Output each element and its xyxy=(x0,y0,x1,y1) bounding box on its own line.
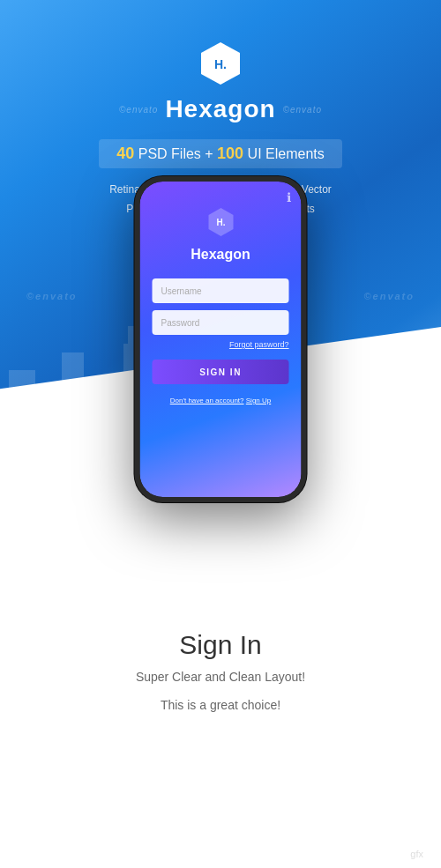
forgot-password-link[interactable]: Forgot pasword? xyxy=(229,340,289,349)
brand-name: Hexagon xyxy=(165,95,275,123)
username-placeholder: Username xyxy=(161,286,202,296)
svg-text:H.: H. xyxy=(216,218,225,227)
svg-text:H.: H. xyxy=(214,57,227,71)
password-placeholder: Password xyxy=(161,318,200,328)
phone-device: ℹ H. Hexagon Username xyxy=(135,176,307,502)
username-field[interactable]: Username xyxy=(153,278,289,303)
sign-in-label: SIGN IN xyxy=(199,367,242,377)
signup-text: Don't have an account? Sign Up xyxy=(170,397,272,404)
tagline-text: 40 PSD Files + 100 UI Elements xyxy=(116,145,324,163)
tagline-end: UI Elements xyxy=(243,146,325,161)
phone-wrapper: ℹ H. Hexagon Username xyxy=(135,176,307,502)
bottom-title: Sign In xyxy=(179,630,261,660)
phone-screen: ℹ H. Hexagon Username xyxy=(140,182,302,497)
envato-left: ©envato xyxy=(119,105,158,115)
number1: 40 xyxy=(116,145,134,162)
watermark-left-mid: ©envato xyxy=(26,291,78,301)
page-root: ©envato ©envato H. ©envato Hexagon ©enva… xyxy=(0,0,441,868)
bottom-desc-line1: Super Clear and Clean Layout! xyxy=(136,667,305,688)
phone-brand-row: Hexagon xyxy=(191,247,250,263)
bottom-desc-line2: This is a great choice! xyxy=(161,695,280,716)
info-icon: ℹ xyxy=(287,190,291,204)
phone-brand-name: Hexagon xyxy=(191,247,250,263)
brand-row: ©envato Hexagon ©envato xyxy=(119,95,322,123)
phone-hex-logo: H. xyxy=(205,206,236,241)
gfx-watermark: gfx xyxy=(410,849,423,859)
hex-logo: H. xyxy=(198,41,243,86)
signup-prefix: Don't have an account? xyxy=(170,397,244,404)
sign-in-button[interactable]: SIGN IN xyxy=(153,360,289,384)
bottom-section: Sign In Super Clear and Clean Layout! Th… xyxy=(0,480,441,868)
envato-right: ©envato xyxy=(283,105,322,115)
signup-link[interactable]: Sign Up xyxy=(246,397,271,404)
tagline-mid: PSD Files + xyxy=(134,146,217,161)
tagline-box: 40 PSD Files + 100 UI Elements xyxy=(99,139,341,168)
phone-ui: ℹ H. Hexagon Username xyxy=(140,182,302,497)
password-field[interactable]: Password xyxy=(153,310,289,335)
number2: 100 xyxy=(217,145,243,162)
watermark-right-mid: ©envato xyxy=(363,291,415,301)
